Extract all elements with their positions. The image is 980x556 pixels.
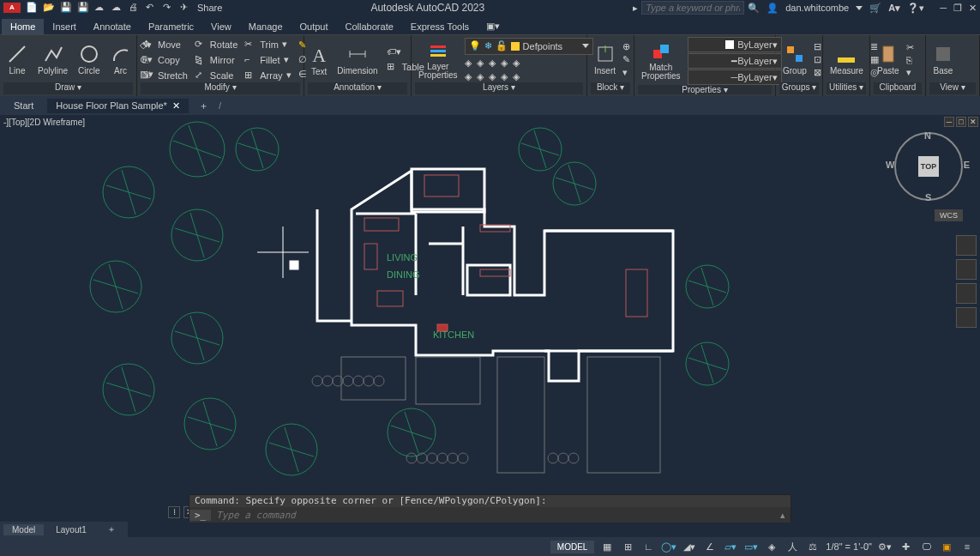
- panel-view-label[interactable]: View ▾: [929, 82, 976, 94]
- stretch-button[interactable]: ⇲Stretch: [141, 69, 189, 82]
- undo-icon[interactable]: ↶: [146, 2, 158, 14]
- panel-groups-label[interactable]: Groups ▾: [779, 82, 819, 94]
- user-icon[interactable]: 👤: [767, 3, 779, 14]
- command-line[interactable]: Command: Specify opposite corner or [Fen…: [189, 494, 791, 522]
- status-isodraft-icon[interactable]: ◢▾: [682, 539, 697, 554]
- new-layout-button[interactable]: ＋: [99, 523, 124, 536]
- status-snap-icon[interactable]: ⊞: [620, 539, 635, 554]
- new-tab-button[interactable]: ＋: [194, 100, 213, 112]
- viewcube-top[interactable]: TOP: [918, 156, 939, 177]
- model-tab[interactable]: Model: [3, 524, 44, 535]
- viewcube-w[interactable]: W: [886, 160, 894, 170]
- linetype-bylayer-dropdown[interactable]: ─ ByLayer▾: [688, 70, 782, 85]
- dimension-button[interactable]: Dimension: [334, 42, 381, 77]
- group-edit-icon[interactable]: ⊡: [814, 54, 821, 65]
- layer-tool-icon[interactable]: ◈: [489, 71, 496, 82]
- copy-clip-icon[interactable]: ⎘: [906, 55, 914, 65]
- status-osnap-icon[interactable]: ∠: [702, 539, 718, 554]
- layer-tool-icon[interactable]: ◈: [513, 71, 520, 82]
- rotate-button[interactable]: ⟳Rotate: [193, 38, 239, 51]
- tab-parametric[interactable]: Parametric: [140, 19, 202, 34]
- cmd-grip-icon[interactable]: ⁞: [168, 506, 180, 518]
- redo-icon[interactable]: ↷: [163, 2, 175, 14]
- search-arrow-icon[interactable]: ▸: [633, 3, 638, 14]
- move-button[interactable]: ✥Move: [141, 38, 189, 51]
- tab-home[interactable]: Home: [2, 19, 44, 34]
- layer-properties-button[interactable]: Layer Properties: [415, 39, 461, 82]
- cloud-open-icon[interactable]: ☁: [94, 2, 106, 14]
- restore-icon[interactable]: ❐: [953, 3, 962, 14]
- panel-properties-label[interactable]: Properties ▾: [638, 85, 772, 94]
- app-logo[interactable]: A: [3, 3, 21, 13]
- layer-tool-icon[interactable]: ◈: [501, 71, 508, 82]
- nav-orbit-icon[interactable]: [956, 307, 977, 328]
- panel-draw-label[interactable]: Draw ▾: [3, 82, 133, 94]
- layout1-tab[interactable]: Layout1: [47, 524, 95, 535]
- drawing-viewport[interactable]: -][Top][2D Wireframe] ─ □ ✕: [0, 115, 980, 497]
- username[interactable]: dan.whitcombe: [785, 3, 849, 13]
- viewcube[interactable]: TOP N S E W: [894, 132, 963, 201]
- cloud-save-icon[interactable]: ☁: [111, 2, 123, 14]
- status-monitor-icon[interactable]: 🖵: [918, 539, 934, 554]
- user-dropdown-icon[interactable]: [856, 6, 863, 10]
- measure-button[interactable]: Measure: [827, 42, 867, 77]
- help-icon[interactable]: ❔▾: [907, 3, 924, 14]
- cart-icon[interactable]: 🛒: [869, 3, 881, 14]
- tab-annotate[interactable]: Annotate: [85, 19, 140, 34]
- scale-button[interactable]: ⤢Scale: [193, 69, 239, 82]
- command-history-arrow-icon[interactable]: ▴: [775, 510, 791, 521]
- layer-tool-icon[interactable]: ◈: [489, 57, 496, 69]
- drawing-tab[interactable]: House Floor Plan Sample* ✕: [47, 99, 189, 113]
- viewcube-n[interactable]: N: [924, 130, 931, 141]
- share-plane-icon[interactable]: ✈: [180, 2, 192, 14]
- panel-modify-label[interactable]: Modify ▾: [141, 82, 300, 94]
- text-button[interactable]: AText: [308, 41, 330, 78]
- mirror-button[interactable]: ⧎Mirror: [193, 53, 239, 67]
- saveas-icon[interactable]: 💾: [77, 2, 89, 14]
- share-button[interactable]: Share: [197, 3, 222, 13]
- nav-pan-icon[interactable]: [956, 259, 977, 280]
- group-select-icon[interactable]: ⊠: [814, 67, 821, 78]
- nav-wheel-icon[interactable]: [956, 235, 977, 256]
- tab-view[interactable]: View: [202, 19, 240, 34]
- search-input[interactable]: [641, 1, 744, 15]
- layer-tool-icon[interactable]: ◈: [465, 71, 472, 82]
- status-grid-icon[interactable]: ▦: [599, 539, 615, 554]
- new-icon[interactable]: 📄: [26, 2, 38, 14]
- viewcube-s[interactable]: S: [925, 192, 931, 202]
- command-input[interactable]: [211, 510, 775, 521]
- print-icon[interactable]: 🖨: [129, 2, 141, 14]
- minimize-icon[interactable]: ─: [940, 3, 947, 13]
- insert-block-button[interactable]: Insert: [591, 42, 619, 77]
- arc-button[interactable]: Arc: [107, 42, 135, 77]
- trim-button[interactable]: ✂Trim ▾: [243, 38, 292, 51]
- layer-tool-icon[interactable]: ◈: [501, 57, 508, 69]
- layer-tool-icon[interactable]: ◈: [477, 57, 484, 69]
- wcs-badge[interactable]: WCS: [935, 209, 963, 221]
- status-anno-icon[interactable]: 人: [785, 539, 800, 554]
- autodesk-menu-icon[interactable]: A▾: [888, 3, 900, 14]
- panel-clipboard-label[interactable]: Clipboard: [874, 82, 922, 94]
- status-cleanscreen-icon[interactable]: ▣: [939, 539, 954, 554]
- status-otrack-icon[interactable]: ▱▾: [723, 539, 738, 554]
- layer-tool-icon[interactable]: ◈: [477, 71, 484, 82]
- color-bylayer-dropdown[interactable]: ByLayer▾: [688, 37, 782, 52]
- match-properties-button[interactable]: Match Properties: [638, 39, 684, 82]
- status-ws-icon[interactable]: ✚: [898, 539, 913, 554]
- tab-insert[interactable]: Insert: [44, 19, 85, 34]
- open-icon[interactable]: 📂: [43, 2, 55, 14]
- line-button[interactable]: Line: [3, 42, 31, 77]
- group-button[interactable]: Group: [779, 42, 810, 77]
- status-gear-icon[interactable]: ⚙▾: [877, 539, 893, 554]
- save-icon[interactable]: 💾: [60, 2, 72, 14]
- tab-collaborate[interactable]: Collaborate: [337, 19, 402, 34]
- panel-annotation-label[interactable]: Annotation ▾: [308, 82, 407, 94]
- close-icon[interactable]: ✕: [969, 3, 977, 14]
- status-polar-icon[interactable]: ◯▾: [661, 539, 676, 554]
- panel-layers-label[interactable]: Layers ▾: [415, 82, 583, 94]
- tab-expresstools[interactable]: Express Tools: [402, 19, 478, 34]
- base-view-button[interactable]: Base: [929, 42, 957, 77]
- array-button[interactable]: ⊞Array ▾: [243, 69, 292, 82]
- paste-button[interactable]: Paste: [874, 42, 903, 77]
- start-tab[interactable]: Start: [5, 99, 42, 112]
